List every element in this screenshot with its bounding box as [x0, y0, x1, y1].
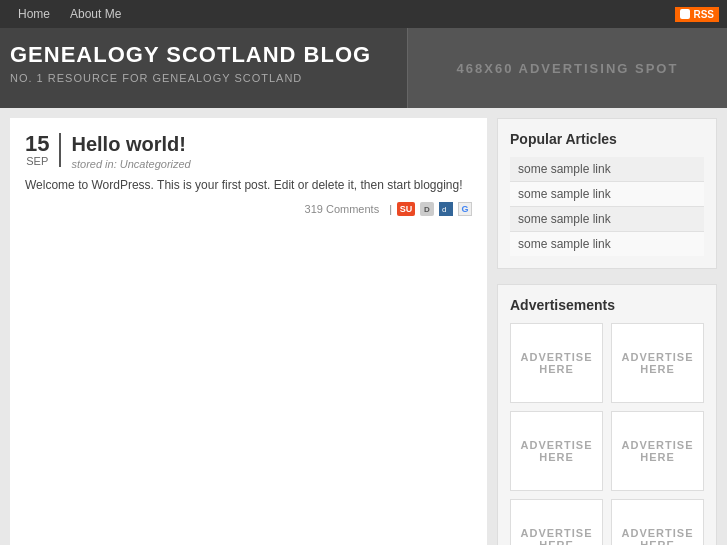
- svg-text:d: d: [442, 205, 446, 214]
- popular-link-2[interactable]: some sample link: [510, 182, 704, 207]
- post-title[interactable]: Hello world!: [71, 133, 190, 156]
- post-month: SEP: [25, 155, 49, 167]
- share-separator: |: [389, 203, 392, 215]
- popular-links-list: some sample link some sample link some s…: [510, 157, 704, 256]
- post-day: 15: [25, 133, 49, 155]
- sidebar: Popular Articles some sample link some s…: [497, 118, 717, 545]
- nav-about-me[interactable]: About Me: [60, 2, 131, 26]
- popular-articles-title: Popular Articles: [510, 131, 704, 147]
- advertisements-section: Advertisements ADVERTISEHERE ADVERTISEHE…: [497, 284, 717, 545]
- rss-badge[interactable]: RSS: [675, 7, 719, 22]
- content-area: 15 SEP Hello world! stored in: Uncategor…: [10, 118, 487, 545]
- ad-box-3[interactable]: ADVERTISEHERE: [510, 411, 603, 491]
- ad-box-6[interactable]: ADVERTISEHERE: [611, 499, 704, 545]
- delicious-icon[interactable]: d: [439, 202, 453, 216]
- google-icon[interactable]: G: [458, 202, 472, 216]
- site-title: GENEALOGY SCOTLAND BLOG: [10, 42, 397, 68]
- main-layout: 15 SEP Hello world! stored in: Uncategor…: [0, 108, 727, 545]
- header-left: GENEALOGY SCOTLAND BLOG NO. 1 RESOURCE F…: [0, 28, 407, 108]
- advertisements-title: Advertisements: [510, 297, 704, 313]
- popular-link-4[interactable]: some sample link: [510, 232, 704, 256]
- navbar: Home About Me RSS: [0, 0, 727, 28]
- header-ad-spot[interactable]: 468X60 ADVERTISING SPOT: [407, 28, 727, 108]
- site-header: GENEALOGY SCOTLAND BLOG NO. 1 RESOURCE F…: [0, 28, 727, 108]
- ads-grid: ADVERTISEHERE ADVERTISEHERE ADVERTISEHER…: [510, 323, 704, 545]
- ad-box-5[interactable]: ADVERTISEHERE: [510, 499, 603, 545]
- post-header: 15 SEP Hello world! stored in: Uncategor…: [25, 133, 472, 170]
- nav-home[interactable]: Home: [8, 2, 60, 26]
- popular-link-1[interactable]: some sample link: [510, 157, 704, 182]
- digg-icon[interactable]: D: [420, 202, 434, 216]
- nav-links: Home About Me: [8, 2, 131, 26]
- ad-box-2[interactable]: ADVERTISEHERE: [611, 323, 704, 403]
- site-tagline: NO. 1 RESOURCE FOR GENEALOGY SCOTLAND: [10, 72, 397, 84]
- post-title-block: Hello world! stored in: Uncategorized: [71, 133, 190, 170]
- post-date: 15 SEP: [25, 133, 61, 167]
- post-footer: 319 Comments | SU D d G: [25, 202, 472, 216]
- rss-icon: [680, 9, 690, 19]
- popular-articles-section: Popular Articles some sample link some s…: [497, 118, 717, 269]
- comments-link[interactable]: 319 Comments: [305, 203, 380, 215]
- ad-box-1[interactable]: ADVERTISEHERE: [510, 323, 603, 403]
- popular-link-3[interactable]: some sample link: [510, 207, 704, 232]
- post-meta: stored in: Uncategorized: [71, 158, 190, 170]
- rss-label: RSS: [693, 9, 714, 20]
- post-body: Welcome to WordPress. This is your first…: [25, 178, 472, 192]
- stumbleupon-icon[interactable]: SU: [397, 202, 415, 216]
- ad-box-4[interactable]: ADVERTISEHERE: [611, 411, 704, 491]
